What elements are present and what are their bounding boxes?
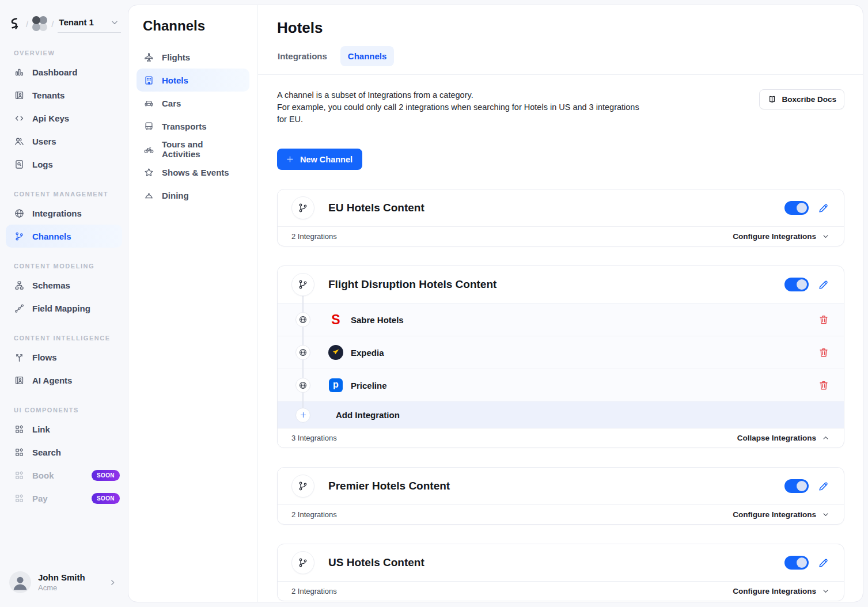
docs-button[interactable]: Boxcribe Docs (759, 89, 844, 109)
sidebar-item-logs[interactable]: Logs (0, 153, 128, 176)
channel-nav-label: Tours and Activities (162, 139, 242, 159)
trash-icon[interactable] (818, 347, 829, 358)
soon-badge: SOON (92, 470, 120, 481)
channel-title: EU Hotels Content (328, 202, 424, 214)
sidebar-item-search[interactable]: Search (0, 441, 128, 464)
channel-title: Premier Hotels Content (328, 480, 450, 492)
sidebar-item-api-keys[interactable]: Api Keys (0, 107, 128, 130)
breadcrumb: / / Tenant 1 (0, 13, 128, 35)
sidebar-item-label: Integrations (32, 208, 82, 218)
sidebar-item-label: Field Mapping (32, 304, 90, 313)
page-title: Hotels (277, 19, 844, 37)
branch-icon (14, 231, 25, 242)
branch-icon (291, 475, 314, 498)
chevron-down-icon (109, 17, 120, 28)
channel-cards: EU Hotels Content 2 Integrations Configu… (277, 189, 844, 601)
integration-row-sabre: S Sabre Hotels (278, 303, 844, 336)
sidebar-item-tenants[interactable]: Tenants (0, 84, 128, 107)
trash-icon[interactable] (818, 380, 829, 391)
car-icon (143, 98, 154, 109)
channel-nav-hotels[interactable]: Hotels (137, 69, 249, 92)
channels-sidebar: Channels Flights Hotels Cars Transports … (128, 5, 258, 602)
integration-list: S Sabre Hotels Expedia (278, 303, 844, 428)
sidebar-item-label: Tenants (32, 90, 65, 100)
sidebar-item-pay[interactable]: Pay SOON (0, 487, 128, 510)
sidebar-item-schemas[interactable]: Schemas (0, 274, 128, 297)
channel-nav-dining[interactable]: Dining (137, 184, 249, 207)
collapse-integrations-button[interactable]: Collapse Integrations (737, 434, 830, 442)
sidebar-item-book[interactable]: Book SOON (0, 464, 128, 487)
edit-pencil-icon[interactable] (817, 480, 829, 492)
edit-pencil-icon[interactable] (817, 279, 829, 291)
user-menu[interactable]: John Smith Acme (0, 566, 128, 607)
sidebar-item-integrations[interactable]: Integrations (0, 202, 128, 225)
workspace-avatar[interactable] (32, 16, 47, 31)
section-title-content-modeling: CONTENT MODELING (14, 263, 114, 270)
sidebar-item-flows[interactable]: Flows (0, 346, 128, 369)
tenant-name: Tenant 1 (59, 17, 94, 27)
integration-name: Priceline (351, 381, 387, 390)
sidebar-item-users[interactable]: Users (0, 130, 128, 153)
section-title-content-intelligence: CONTENT INTELLIGENCE (14, 335, 114, 342)
agents-icon (14, 375, 25, 386)
sidebar-item-dashboard[interactable]: Dashboard (0, 60, 128, 84)
channel-nav-label: Dining (162, 191, 189, 200)
section-title-content-management: CONTENT MANAGEMENT (14, 191, 114, 198)
component-icon (14, 424, 25, 435)
tab-integrations[interactable]: Integrations (270, 46, 335, 66)
description-line-1: A channel is a subset of Integrations fr… (277, 89, 646, 101)
sidebar-item-field-mapping[interactable]: Field Mapping (0, 297, 128, 320)
globe-icon (14, 208, 25, 219)
chevron-down-icon (821, 510, 830, 519)
tab-bar: Integrations Channels (270, 46, 844, 66)
edit-pencil-icon[interactable] (817, 557, 829, 569)
add-integration-button[interactable]: Add Integration (278, 401, 844, 428)
sidebar-item-label: AI Agents (32, 375, 72, 385)
channel-nav-transports[interactable]: Transports (137, 115, 249, 138)
plus-icon (285, 154, 295, 164)
channel-enabled-toggle[interactable] (784, 479, 809, 493)
sidebar-item-label: Api Keys (32, 113, 69, 123)
configure-integrations-button[interactable]: Configure Integrations (733, 587, 830, 595)
sidebar-item-label: Dashboard (32, 67, 77, 77)
channel-nav-shows[interactable]: Shows & Events (137, 161, 249, 184)
channel-enabled-toggle[interactable] (784, 556, 809, 570)
sidebar-item-label: Schemas (32, 280, 70, 290)
channel-enabled-toggle[interactable] (784, 278, 809, 291)
component-icon (14, 493, 25, 504)
integration-count: 2 Integrations (291, 510, 337, 519)
channel-title: Flight Disruption Hotels Content (328, 278, 496, 291)
schema-icon (14, 280, 25, 291)
sidebar-item-link[interactable]: Link (0, 418, 128, 441)
channel-nav-cars[interactable]: Cars (137, 92, 249, 115)
flows-icon (14, 352, 25, 363)
sidebar-item-channels[interactable]: Channels (6, 225, 122, 248)
trash-icon[interactable] (818, 314, 829, 325)
tenant-selector[interactable]: Tenant 1 (58, 15, 121, 33)
globe-icon (295, 312, 310, 327)
channel-nav-tours[interactable]: Tours and Activities (137, 138, 249, 161)
app-root: / / Tenant 1 OVERVIEW Dashboard Tenants … (0, 0, 868, 607)
primary-sidebar: / / Tenant 1 OVERVIEW Dashboard Tenants … (0, 0, 128, 607)
branch-icon (291, 273, 314, 296)
edit-pencil-icon[interactable] (817, 202, 829, 214)
channel-enabled-toggle[interactable] (784, 201, 809, 215)
chevron-down-icon (821, 587, 830, 595)
plus-icon (295, 408, 310, 423)
configure-integrations-button[interactable]: Configure Integrations (733, 510, 830, 519)
tab-channels[interactable]: Channels (340, 46, 395, 66)
main-body: A channel is a subset of Integrations fr… (258, 75, 863, 602)
channel-nav-flights[interactable]: Flights (137, 45, 249, 69)
sidebar-item-label: Search (32, 447, 61, 457)
chevron-down-icon (821, 232, 830, 241)
channel-nav-label: Shows & Events (162, 168, 229, 177)
new-channel-button[interactable]: New Channel (277, 149, 362, 170)
user-org: Acme (38, 583, 101, 592)
boxcribe-logo-icon[interactable] (8, 17, 22, 31)
configure-integrations-button[interactable]: Configure Integrations (733, 232, 830, 241)
sabre-logo: S (328, 313, 343, 327)
integration-count: 2 Integrations (291, 232, 337, 241)
expedia-logo (328, 345, 343, 360)
configure-integrations-label: Configure Integrations (733, 510, 816, 519)
sidebar-item-ai-agents[interactable]: AI Agents (0, 369, 128, 392)
